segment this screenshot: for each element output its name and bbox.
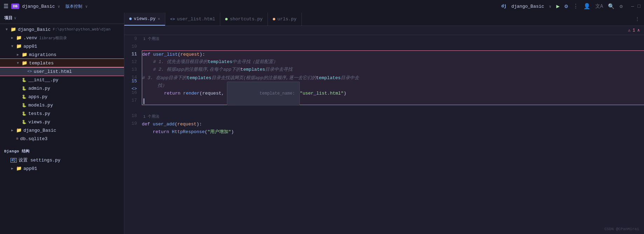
sidebar-header-chevron[interactable]: ∨ <box>14 16 16 20</box>
titlebar-chevron2[interactable]: ∨ <box>549 4 552 9</box>
punc-15c: ) <box>344 90 346 97</box>
titlebar: ☰ DB django_Basic ∨ 版本控制 ∨ dj django_Bas… <box>0 0 644 13</box>
code-templates-3: templates <box>187 74 211 82</box>
project-chevron[interactable]: ∨ <box>58 4 60 9</box>
tree-item-user-list-html[interactable]: ▶ <> user_list.html <box>0 67 124 76</box>
django-structure-title: Django 结构 <box>0 143 124 156</box>
tab-user-list-html[interactable]: <> user_list.html <box>165 13 220 26</box>
tree-item-settings[interactable]: ▶ dj 设置 settings.py <box>0 156 124 164</box>
html-icon-tab: <> <box>170 17 175 21</box>
debug-button[interactable]: ⚙ <box>565 3 568 10</box>
maximize-button[interactable]: □ <box>638 4 640 9</box>
more-options-icon[interactable]: ⋮ <box>573 3 579 10</box>
chevron-icon: ▼ <box>17 61 22 65</box>
comment-line-14c: 目录中去 <box>341 74 359 82</box>
tree-label-init-py: __init__.py <box>28 77 58 83</box>
tab-dot-urls <box>273 18 275 20</box>
ln-10: 10 <box>124 43 137 50</box>
usage-label-2: 1 个用法 <box>142 113 159 121</box>
code-line-11: def user_list(request): <box>142 50 644 58</box>
cursor-blink <box>144 98 144 104</box>
ln-11: 11 <box>124 50 137 58</box>
code-line-12: # 1. 优先去项目根目录的templates中去寻找（提前配置） <box>142 58 644 66</box>
tab-views-py[interactable]: views.py ✕ <box>124 13 165 26</box>
tree-label-apps-py: apps.py <box>28 94 48 99</box>
tree-item-root[interactable]: ▼ 📁 django_Basic F:\python\python_Web\dj… <box>0 25 124 34</box>
code-templates-4: templates <box>316 74 341 82</box>
breadcrumb-chevron[interactable]: ∧ <box>637 28 640 33</box>
tree-label-views-py: views.py <box>28 119 50 125</box>
editor-pane: views.py ✕ <> user_list.html shortcuts.p… <box>124 13 644 234</box>
tab-urls-py[interactable]: urls.py <box>268 13 302 26</box>
settings-icon[interactable]: ⚙ <box>619 3 623 10</box>
tabs-more-icon[interactable]: ⋮ <box>635 16 644 22</box>
ln-18: 18 <box>124 112 137 120</box>
window-controls: — □ <box>631 4 640 9</box>
tab-label-views: views.py <box>134 16 155 21</box>
python-file-icon: 🐍 <box>22 86 27 91</box>
tab-dot-shortcuts <box>225 18 228 20</box>
indent-19 <box>142 128 153 136</box>
tab-shortcuts-py[interactable]: shortcuts.py <box>220 13 268 26</box>
tree-label-templates: templates <box>29 61 54 66</box>
line-numbers: 9 10 11 12 13 14 15 <> 16 17 18 19 <box>124 35 142 234</box>
folder-icon: 📁 <box>16 128 22 133</box>
tree-item-models-py[interactable]: ▶ 🐍 models.py <box>0 101 124 109</box>
version-chevron[interactable]: ∨ <box>85 4 88 9</box>
comment-line-13: # 2. 根据app的注册顺序,在每个app下的 <box>142 66 241 74</box>
folder-icon: 📁 <box>16 166 22 171</box>
code-container[interactable]: 9 10 11 12 13 14 15 <> 16 17 18 19 1 个用法 <box>124 35 644 234</box>
run-button[interactable]: ▶ <box>556 3 560 10</box>
punc-paren-close: ): <box>200 51 205 58</box>
tree-item-app01-dj[interactable]: ▶ 📁 app01 <box>0 164 124 173</box>
tree-item-views-py[interactable]: ▶ 🐍 views.py <box>0 118 124 126</box>
tree-label-django-basic2: django_Basic <box>23 128 56 133</box>
tree-label-tests-py: tests.py <box>28 111 50 116</box>
tree-label-venv: .venv <box>23 35 37 41</box>
menu-icon[interactable]: ☰ <box>4 3 8 10</box>
sidebar-content[interactable]: ▼ 📁 django_Basic F:\python\python_Web\dj… <box>0 24 124 234</box>
user-icon[interactable]: 👤 <box>583 3 590 10</box>
indent-15 <box>142 90 164 97</box>
warning-icon: ⚠ <box>628 28 630 33</box>
tab-close-views[interactable]: ✕ <box>158 16 160 21</box>
tree-item-init-py[interactable]: ▶ 🐍 __init__.py <box>0 76 124 84</box>
tree-item-apps-py[interactable]: ▶ 🐍 apps.py <box>0 92 124 101</box>
folder-icon: 📁 <box>11 27 16 32</box>
keyword-def-2: def <box>142 121 153 128</box>
tree-item-db-sqlite3[interactable]: ▶ ≡ db.sqlite3 <box>0 135 124 143</box>
punc-15a: ( <box>200 90 202 97</box>
tree-item-admin-py[interactable]: ▶ 🐍 admin.py <box>0 84 124 92</box>
project-badge: DB <box>11 4 19 9</box>
breadcrumb-warning[interactable]: ⚠ 1 ∧ <box>628 28 640 33</box>
version-control-label[interactable]: 版本控制 <box>65 4 82 9</box>
str-user-list: "user_list.html" <box>300 90 344 97</box>
ln-19: 19 <box>124 120 137 128</box>
db-file-icon: ≡ <box>16 137 19 141</box>
tree-item-venv[interactable]: ▶ 📁 .venv library根目录 <box>0 34 124 42</box>
folder-icon: 📁 <box>16 35 22 41</box>
tree-item-django-basic2[interactable]: ▶ 📁 django_Basic <box>0 126 124 135</box>
ln-12: 12 <box>124 58 137 66</box>
code-line-15: return render ( request , template_name:… <box>142 90 644 97</box>
tree-label-root: django_Basic <box>18 27 51 32</box>
tabs-list: views.py ✕ <> user_list.html shortcuts.p… <box>124 13 302 26</box>
code-templates-2: templates <box>241 66 265 74</box>
titlebar-right: dj django_Basic ∨ ▶ ⚙ ⋮ 👤 文A 🔍 ⚙ — □ <box>501 3 640 10</box>
tree-label-models-py: models.py <box>28 103 53 108</box>
tree-item-tests-py[interactable]: ▶ 🐍 tests.py <box>0 109 124 118</box>
tree-item-migrations[interactable]: ▶ 📁 migrations <box>0 50 124 59</box>
ln-usage1 <box>124 104 137 112</box>
tab-dot-views <box>129 18 132 20</box>
tree-item-templates[interactable]: ▼ 📁 templates <box>0 59 124 67</box>
punc-19a: ( <box>205 128 207 136</box>
translate-icon[interactable]: 文A <box>595 3 603 9</box>
search-icon[interactable]: 🔍 <box>608 3 615 10</box>
minimize-button[interactable]: — <box>631 4 634 9</box>
tree-label-db-sqlite3: db.sqlite3 <box>20 136 48 142</box>
project-name[interactable]: django_Basic <box>22 4 55 9</box>
titlebar-project-name2[interactable]: django_Basic <box>511 4 544 9</box>
tab-label-urls: urls.py <box>277 16 297 22</box>
tree-label-app01-dj: app01 <box>23 166 37 171</box>
tree-item-app01[interactable]: ▼ 📁 app01 <box>0 42 124 50</box>
